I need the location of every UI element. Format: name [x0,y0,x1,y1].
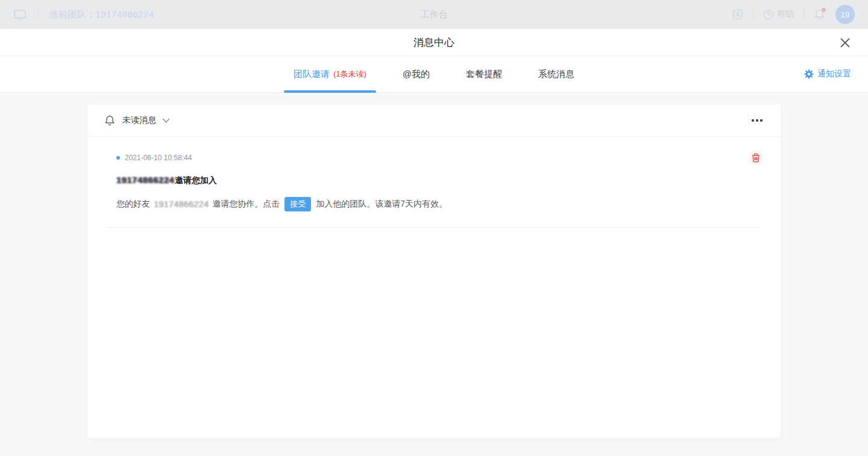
message-center-panel: 消息中心 团队邀请 (1条未读) @我的 套餐提醒 系统消息 [0,29,868,456]
tab-label: 系统消息 [538,69,574,80]
notification-badge-dot [822,8,826,12]
tab-label: 团队邀请 [294,69,330,80]
messages-card-header: 未读消息 [87,105,781,137]
contacts-icon[interactable] [731,8,743,20]
tab-system-messages[interactable]: 系统消息 [529,56,584,92]
tab-team-invitations[interactable]: 团队邀请 (1条未读) [284,56,376,92]
question-circle-icon [763,10,773,20]
help-label: 帮助 [777,9,794,20]
notifications-bell-icon[interactable] [814,8,826,20]
redacted-phone-number: 19174866224 [116,175,175,185]
bell-outline-icon [104,114,115,126]
page-title: 消息中心 [414,36,454,49]
message-item: 2021-06-10 10:58:44 19174866224邀请 [87,137,781,228]
message-title-text: 邀请您加入 [175,175,217,185]
message-body: 您的好友 19174866224 邀请您协作。点击 接受 加入他的团队。该邀请7… [116,197,764,211]
current-team-label[interactable]: 当前团队：19174866224 [49,9,154,20]
message-timestamp: 2021-06-10 10:58:44 [125,154,192,162]
tab-plan-reminders[interactable]: 套餐提醒 [456,56,512,92]
delete-message-button[interactable] [748,150,764,166]
body-prefix: 您的好友 [116,199,150,210]
close-icon[interactable] [838,36,852,50]
gear-icon [804,69,814,79]
filter-label: 未读消息 [122,115,156,126]
more-actions-icon[interactable] [750,116,764,125]
notification-settings-button[interactable]: 通知设置 [804,56,851,92]
redacted-phone-number: 19174866224 [154,199,209,209]
messages-card: 未读消息 2021-06-10 10:58:44 [87,105,781,438]
help-button[interactable]: 帮助 [763,9,794,20]
unread-dot [116,156,120,160]
accept-button[interactable]: 接受 [285,197,311,211]
tab-mentions[interactable]: @我的 [393,56,439,92]
panel-header: 消息中心 [0,29,868,56]
body-mid: 邀请您协作。点击 [212,199,280,210]
topbar: 当前团队：19174866224 工作台 帮助 [0,0,868,29]
workbench-monitor-icon[interactable] [13,8,27,20]
topbar-divider [37,10,38,19]
panel-body: 未读消息 2021-06-10 10:58:44 [0,93,868,456]
message-title: 19174866224邀请您加入 [116,175,764,186]
topbar-divider [753,10,753,19]
body-suffix: 加入他的团队。该邀请7天内有效。 [316,199,447,210]
notification-settings-label: 通知设置 [817,69,851,80]
tab-bar: 团队邀请 (1条未读) @我的 套餐提醒 系统消息 [0,56,868,93]
topbar-divider [804,10,804,19]
unread-count-badge: (1条未读) [333,69,366,80]
user-avatar[interactable]: 19 [835,5,855,24]
chevron-down-icon[interactable] [162,118,170,123]
tab-label: @我的 [403,69,430,80]
trash-icon [751,153,761,163]
tab-label: 套餐提醒 [466,69,502,80]
message-divider [105,227,763,228]
